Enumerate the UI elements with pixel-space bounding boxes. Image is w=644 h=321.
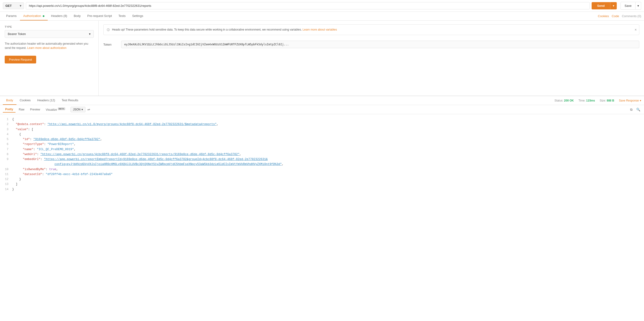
wrap-lines-button[interactable]: ⇌ [86, 107, 91, 112]
code-line-10: 10 "isOwnedByMe": true, [4, 167, 640, 172]
tab-body[interactable]: Body [70, 12, 84, 21]
tab-headers-response[interactable]: Headers (12) [34, 96, 58, 105]
tab-headers[interactable]: Headers (8) [48, 12, 70, 21]
alert-box: ⓘ Heads up! These parameters hold sensit… [103, 25, 639, 35]
type-label: TYPE [5, 25, 94, 28]
tab-test-results[interactable]: Test Results [58, 96, 82, 105]
status-label: Status: 200 OK [554, 99, 574, 102]
beta-badge: BETA [58, 107, 65, 110]
copy-button[interactable]: ⧉ [629, 107, 634, 113]
save-dropdown-button[interactable]: ▾ [636, 2, 641, 10]
alert-close-button[interactable]: × [634, 27, 637, 33]
body-tab-raw[interactable]: Raw [16, 107, 27, 112]
response-tabs-bar: Body Cookies Headers (12) Test Results S… [0, 96, 644, 105]
type-select-dropdown[interactable]: Bearer Token ▾ [5, 30, 94, 38]
method-dropdown[interactable]: GET ▾ [3, 2, 24, 9]
request-tabs: Params Authorization Headers (8) Body Pr… [3, 12, 146, 21]
authorization-dot [43, 15, 44, 17]
type-select-chevron-icon: ▾ [89, 32, 91, 36]
code-viewer: 1 { 2 "@odata.context": "http://api.powe… [0, 114, 644, 195]
format-select-dropdown[interactable]: JSON ▾ [70, 107, 86, 112]
body-tools: ⧉ 🔍 [629, 107, 641, 113]
save-response-button[interactable]: Save Response ▾ [619, 99, 641, 102]
code-line-2: 2 "@odata.context": "http://api.powerbi.… [4, 122, 640, 127]
code-line-14: 14 } [4, 187, 640, 192]
code-line-7: 7 "name": "ICL_QC_PreDEMO_0919", [4, 147, 640, 152]
format-chevron-icon: ▾ [82, 108, 83, 111]
alert-icon: ⓘ [107, 28, 110, 32]
token-row: Token [103, 41, 639, 48]
size-label: Size: 888 B [600, 99, 614, 102]
top-bar: GET ▾ Send ▾ Save ▾ [0, 0, 644, 12]
preview-request-button[interactable]: Preview Request [5, 56, 36, 64]
tab-settings[interactable]: Settings [129, 12, 146, 21]
search-button[interactable]: 🔍 [635, 107, 641, 112]
tab-prerequest[interactable]: Pre-request Script [84, 12, 115, 21]
send-btn-group: Send ▾ [592, 2, 617, 10]
save-btn-group: Save ▾ [620, 2, 641, 10]
code-line-12: 12 } [4, 177, 640, 182]
token-label: Token [103, 43, 118, 46]
request-tabs-bar: Params Authorization Headers (8) Body Pr… [0, 12, 644, 21]
code-line-1: 1 { [4, 117, 640, 122]
time-label: Time: 115ms [578, 99, 595, 102]
code-line-6: 6 "reportType": "PowerBIReport", [4, 142, 640, 147]
code-line-11: 11 "datasetId": "df20ff4b-eecc-4d1d-bfbf… [4, 172, 640, 177]
response-status: Status: 200 OK Time: 115ms Size: 888 B S… [554, 97, 641, 104]
save-button[interactable]: Save [620, 2, 636, 10]
url-input[interactable] [26, 2, 590, 10]
right-actions: Cookies Code Comments (0) [598, 14, 641, 18]
code-line-8: 8 "webUrl": "https://app.powerbi.cn/grou… [4, 152, 640, 157]
code-line-13: 13 ] [4, 182, 640, 187]
send-dropdown-button[interactable]: ▾ [610, 2, 617, 10]
type-select-value: Bearer Token [8, 32, 26, 36]
tab-body-response[interactable]: Body [3, 96, 16, 105]
auth-description: The authorization header will be automat… [5, 42, 94, 50]
body-format-tabs: Pretty Raw Preview Visualize BETA JSON ▾… [0, 105, 644, 114]
token-input[interactable] [121, 41, 639, 48]
cookies-link[interactable]: Cookies [598, 14, 609, 18]
tab-authorization[interactable]: Authorization [20, 12, 48, 21]
tab-cookies-response[interactable]: Cookies [16, 96, 34, 105]
alert-text: Heads up! These parameters hold sensitiv… [112, 28, 337, 32]
code-link[interactable]: Code [612, 14, 619, 18]
format-label: JSON [73, 108, 80, 111]
send-button[interactable]: Send [592, 2, 610, 10]
body-tab-preview[interactable]: Preview [28, 107, 42, 112]
code-line-9: 9 "embedUrl": "https://app.powerbi.cn/re… [4, 157, 640, 167]
response-section-tabs: Body Cookies Headers (12) Test Results [3, 96, 82, 105]
auth-learn-more-link[interactable]: Learn more about authorization [27, 46, 66, 50]
tab-params[interactable]: Params [3, 12, 20, 21]
alert-learn-more-link[interactable]: Learn more about variables [302, 28, 337, 31]
code-line-3: 3 "value": [ [4, 127, 640, 132]
code-line-5: 5 "id": "9169e0ce-d6de-46bf-8d5c-0d4cff6… [4, 137, 640, 142]
response-area: Body Cookies Headers (12) Test Results S… [0, 96, 644, 195]
body-tab-visualize[interactable]: Visualize BETA [44, 106, 68, 113]
auth-left-panel: TYPE Bearer Token ▾ The authorization he… [0, 21, 99, 96]
method-label: GET [6, 4, 12, 8]
tab-tests[interactable]: Tests [115, 12, 129, 21]
auth-right-panel: ⓘ Heads up! These parameters hold sensit… [99, 21, 644, 96]
auth-content-area: TYPE Bearer Token ▾ The authorization he… [0, 21, 644, 96]
code-line-4: 4 { [4, 132, 640, 137]
body-tab-pretty[interactable]: Pretty [3, 106, 16, 113]
comments-link[interactable]: Comments (0) [622, 14, 641, 18]
method-chevron-icon: ▾ [20, 4, 21, 8]
